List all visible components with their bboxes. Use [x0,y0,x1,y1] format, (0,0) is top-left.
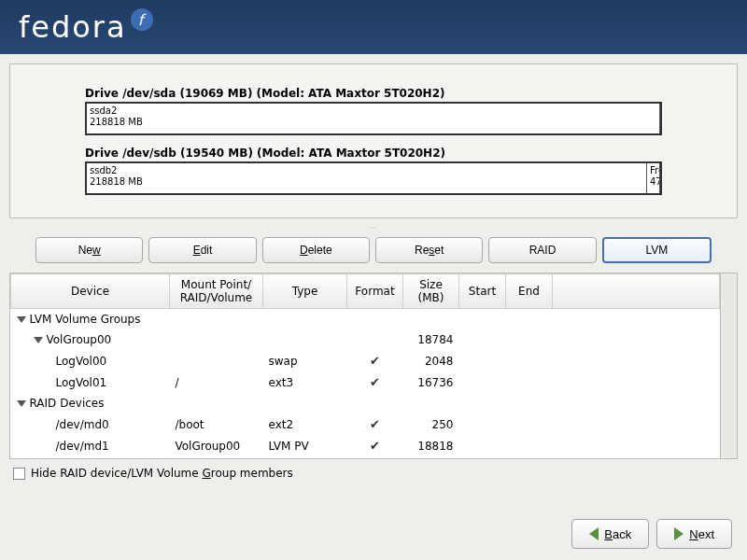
hide-label: Hide RAID device/LVM Volume Group member… [31,467,293,480]
header-bar: fedora f [0,0,747,54]
fedora-icon: f [131,8,153,31]
partition-table-area: Device Mount Point/ RAID/Volume Type For… [9,273,738,459]
partition-free[interactable]: Fre 47 [647,163,660,193]
table-row[interactable]: LVM Volume Groups [11,309,720,330]
col-size[interactable]: Size (MB) [403,274,459,309]
drive-bar[interactable]: ssda2 218818 MB [85,102,662,135]
fedora-logo: fedora f [19,8,153,46]
expand-icon[interactable] [34,337,43,343]
main-content: Drive /dev/sda (19069 MB) (Model: ATA Ma… [0,54,747,560]
drive-panel: Drive /dev/sda (19069 MB) (Model: ATA Ma… [9,63,738,218]
col-end[interactable]: End [506,274,553,309]
expand-icon[interactable] [17,316,26,323]
partition-table[interactable]: Device Mount Point/ RAID/Volume Type For… [9,273,721,459]
pane-handle[interactable]: ··· [9,224,738,228]
delete-button[interactable]: Delete [262,237,370,263]
drive-title: Drive /dev/sda (19069 MB) (Model: ATA Ma… [85,87,662,100]
hide-checkbox[interactable] [13,468,25,480]
drive-block-sdb: Drive /dev/sdb (19540 MB) (Model: ATA Ma… [85,147,662,195]
raid-button[interactable]: RAID [488,237,596,263]
reset-button[interactable]: Reset [375,237,483,263]
action-buttons: New Edit Delete Reset RAID LVM [9,233,738,267]
col-device[interactable]: Device [11,274,170,309]
drive-block-sda: Drive /dev/sda (19069 MB) (Model: ATA Ma… [85,87,662,135]
drive-bar[interactable]: ssdb2 218818 MB Fre 47 [85,161,662,195]
back-button[interactable]: Back [571,519,649,549]
hide-option: Hide RAID device/LVM Volume Group member… [9,465,738,482]
edit-button[interactable]: Edit [148,237,256,263]
col-mount[interactable]: Mount Point/ RAID/Volume [170,274,263,309]
table-row[interactable]: /dev/md0/bootext2✔250 [11,413,720,435]
table-row[interactable]: /dev/md1VolGroup00LVM PV✔18818 [11,435,720,456]
col-spacer [553,274,720,309]
next-button[interactable]: Next [656,519,732,549]
partition[interactable]: ssdb2 218818 MB [87,163,647,193]
lvm-button[interactable]: LVM [602,237,712,263]
logo-text: fedora [19,9,127,45]
scrollbar[interactable] [721,273,738,459]
col-type[interactable]: Type [263,274,347,309]
arrow-left-icon [589,527,599,540]
col-start[interactable]: Start [459,274,506,309]
col-format[interactable]: Format [347,274,403,309]
new-button[interactable]: New [35,237,143,263]
drive-title: Drive /dev/sdb (19540 MB) (Model: ATA Ma… [85,147,662,160]
arrow-right-icon [674,527,684,540]
table-row[interactable]: VolGroup0018784 [11,329,720,350]
partition[interactable]: ssda2 218818 MB [87,104,660,133]
table-row[interactable]: LogVol00swap✔2048 [11,350,720,371]
expand-icon[interactable] [17,400,26,407]
table-row[interactable]: RAID Devices [11,393,720,413]
nav-footer: Back Next [571,519,732,549]
table-row[interactable]: LogVol01/ext3✔16736 [11,371,720,393]
